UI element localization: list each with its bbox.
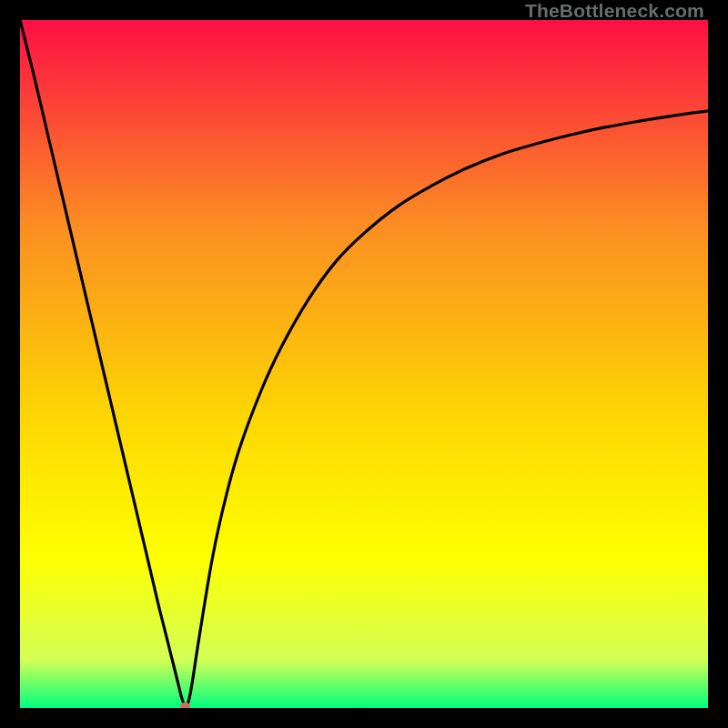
chart-frame bbox=[20, 20, 708, 708]
gradient-background bbox=[20, 20, 708, 708]
watermark-text: TheBottleneck.com bbox=[525, 0, 704, 22]
chart-svg bbox=[20, 20, 708, 708]
